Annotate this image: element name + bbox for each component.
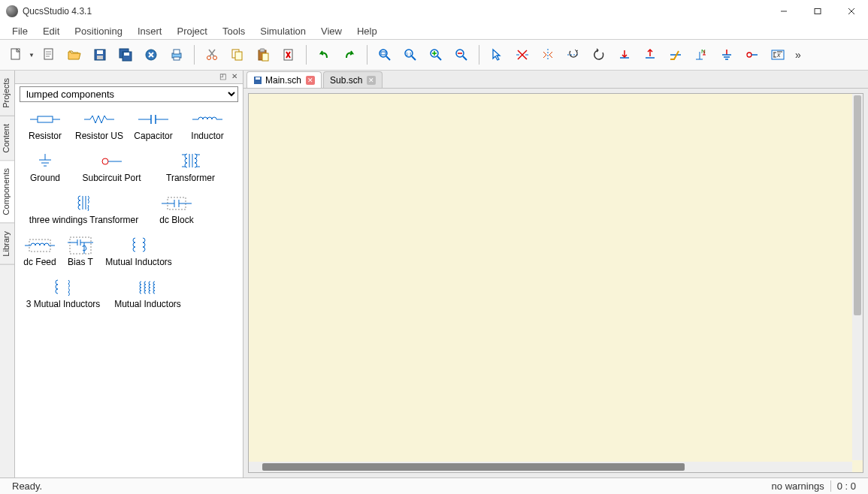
new-dropdown-icon[interactable]: ▼ <box>29 52 35 59</box>
wire-label-button[interactable]: N <box>690 44 712 66</box>
save-button[interactable] <box>89 44 111 66</box>
minimize-button[interactable] <box>767 0 800 23</box>
status-ready: Ready. <box>6 480 48 492</box>
close-button[interactable] <box>834 0 868 23</box>
text-doc-button[interactable] <box>38 44 60 66</box>
menu-help[interactable]: Help <box>349 24 385 38</box>
mirror-v-button[interactable] <box>562 44 585 66</box>
maximize-button[interactable] <box>800 0 834 23</box>
svg-line-44 <box>463 56 467 60</box>
paste-button[interactable] <box>252 44 274 66</box>
delete-button[interactable] <box>277 44 300 66</box>
menu-insert[interactable]: Insert <box>130 24 170 38</box>
svg-rect-11 <box>97 56 103 59</box>
zoom-fit-button[interactable] <box>374 44 396 66</box>
component-category-select[interactable]: lumped components <box>20 86 238 102</box>
vertical-scrollbar[interactable] <box>852 94 863 460</box>
horizontal-scrollbar[interactable] <box>249 462 852 472</box>
sidebar-tabstrip: Projects Content Components Library <box>0 71 15 477</box>
zoom-100-button[interactable]: 1:1 <box>399 44 422 66</box>
svg-rect-26 <box>235 52 242 60</box>
into-hierarchy-button[interactable] <box>613 44 636 66</box>
menu-project[interactable]: Project <box>169 24 214 38</box>
cut-button[interactable] <box>201 44 223 66</box>
svg-text:1:1: 1:1 <box>406 52 413 56</box>
svg-line-23 <box>210 50 215 56</box>
open-button[interactable] <box>63 44 86 66</box>
component-three-windings-transformer[interactable]: three windings Transformer <box>18 191 150 233</box>
component-capacitor[interactable]: Capacitor <box>126 107 180 149</box>
tab-close-icon[interactable]: ✕ <box>306 76 315 85</box>
menu-file[interactable]: File <box>5 24 35 38</box>
svg-line-37 <box>412 56 416 60</box>
out-hierarchy-button[interactable] <box>639 44 661 66</box>
save-all-button[interactable] <box>114 44 137 66</box>
panel-close-icon[interactable]: ✕ <box>229 72 240 83</box>
deactivate-button[interactable] <box>511 44 534 66</box>
port-button[interactable] <box>741 44 764 66</box>
component-ground[interactable]: Ground <box>18 149 72 191</box>
copy-button[interactable] <box>226 44 249 66</box>
component-bias-t[interactable]: Bias T <box>62 233 99 276</box>
new-button[interactable] <box>5 44 27 66</box>
svg-rect-1 <box>815 9 821 14</box>
panel-float-icon[interactable]: ◰ <box>217 72 228 83</box>
status-warnings: no warnings <box>766 480 830 492</box>
component-dc-feed[interactable]: dc Feed <box>18 233 62 276</box>
svg-rect-19 <box>174 50 180 54</box>
rotate-button[interactable] <box>588 44 610 66</box>
svg-text:N: N <box>701 48 706 55</box>
zoom-out-button[interactable] <box>450 44 473 66</box>
statusbar: Ready. no warnings 0 : 0 <box>0 477 868 494</box>
schematic-canvas[interactable] <box>248 93 863 473</box>
print-button[interactable] <box>165 44 188 66</box>
component-mutual-inductors[interactable]: Mutual Inductors <box>99 233 178 276</box>
zoom-in-button[interactable] <box>425 44 447 66</box>
wire-button[interactable] <box>664 44 687 66</box>
redo-button[interactable] <box>338 44 361 66</box>
sidebar-tab-library[interactable]: Library <box>0 224 14 265</box>
sidebar-tab-content[interactable]: Content <box>0 116 14 161</box>
menu-simulation[interactable]: Simulation <box>253 24 313 38</box>
svg-rect-71 <box>38 116 53 122</box>
svg-rect-10 <box>97 50 103 54</box>
component-subcircuit-port[interactable]: Subcircuit Port <box>72 149 151 191</box>
menu-view[interactable]: View <box>313 24 349 38</box>
tab-label: Sub.sch <box>330 75 362 86</box>
svg-rect-29 <box>262 53 268 61</box>
svg-point-65 <box>747 53 752 57</box>
component-3-mutual-inductors[interactable]: 3 Mutual Inductors <box>18 276 108 318</box>
sidebar-tab-projects[interactable]: Projects <box>0 71 14 116</box>
toolbar-overflow-button[interactable]: » <box>792 49 804 61</box>
svg-point-83 <box>102 158 108 164</box>
menu-edit[interactable]: Edit <box>35 24 67 38</box>
status-position: 0 : 0 <box>830 480 862 492</box>
window-title: QucsStudio 4.3.1 <box>23 6 767 17</box>
disk-icon <box>253 76 262 85</box>
mirror-h-button[interactable] <box>537 44 559 66</box>
ground-button[interactable] <box>715 44 738 66</box>
component-transformer[interactable]: Transformer <box>151 149 230 191</box>
components-panel: ◰ ✕ lumped components Resistor Resistor … <box>15 71 243 477</box>
component-resistor[interactable]: Resistor <box>18 107 72 149</box>
sidebar-tab-components[interactable]: Components <box>0 161 14 223</box>
close-doc-button[interactable] <box>140 44 162 66</box>
svg-rect-28 <box>260 49 265 52</box>
tab-sub-sch[interactable]: Sub.sch ✕ <box>323 71 383 88</box>
component-mutual-inductors-n[interactable]: Mutual Inductors <box>108 276 187 318</box>
toolbar: ▼ 1:1 <box>0 39 868 71</box>
undo-button[interactable] <box>313 44 335 66</box>
equation-button[interactable]: x <box>767 44 789 66</box>
menubar: File Edit Positioning Insert Project Too… <box>0 23 868 39</box>
app-icon <box>6 5 18 17</box>
select-tool-button[interactable] <box>485 44 508 66</box>
tab-label: Main.sch <box>265 75 301 86</box>
titlebar: QucsStudio 4.3.1 <box>0 0 868 23</box>
menu-tools[interactable]: Tools <box>215 24 253 38</box>
tab-close-icon[interactable]: ✕ <box>367 76 376 85</box>
component-resistor-us[interactable]: Resistor US <box>72 107 126 149</box>
component-inductor[interactable]: Inductor <box>180 107 234 149</box>
component-dc-block[interactable]: dc Block <box>150 191 204 233</box>
menu-positioning[interactable]: Positioning <box>67 24 130 38</box>
tab-main-sch[interactable]: Main.sch ✕ <box>246 71 322 88</box>
